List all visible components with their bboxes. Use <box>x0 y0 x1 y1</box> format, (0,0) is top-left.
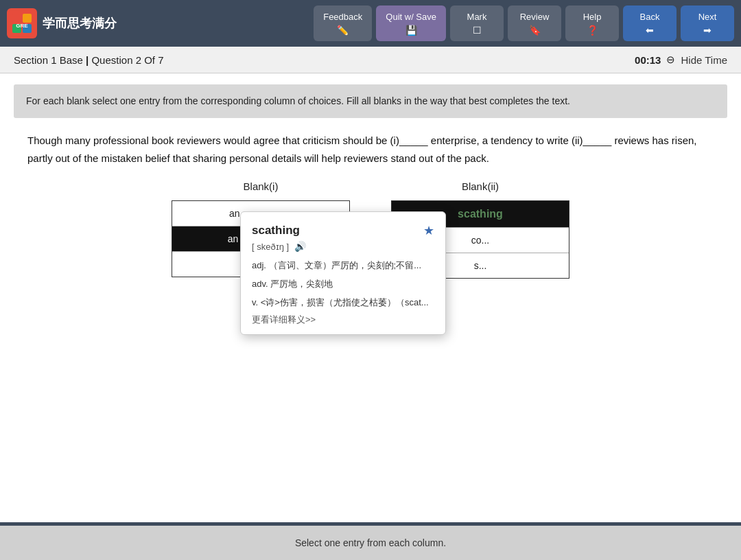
blank-ii-label: Blank(ii) <box>462 180 499 192</box>
blank-i-label: Blank(i) <box>244 180 279 192</box>
question-text: Though many professional book reviewers … <box>27 132 714 167</box>
subheader: Section 1 Base | Question 2 Of 7 00:13 ⊖… <box>0 47 741 73</box>
dict-more-link[interactable]: 更看详细释义>> <box>252 314 434 326</box>
logo-area: GRE 学而思考满分 <box>7 8 117 38</box>
back-arrow-icon: ⬅ <box>646 25 654 36</box>
footer-bar: Select one entry from each column. <box>0 526 741 560</box>
help-icon: ❓ <box>587 25 598 36</box>
instruction-box: For each blank select one entry from the… <box>14 84 727 118</box>
timer-display: 00:13 <box>635 54 661 66</box>
timer-icon: ⊖ <box>666 54 675 66</box>
mark-icon: ☐ <box>473 25 482 36</box>
edit-icon: ✏️ <box>337 25 349 36</box>
dict-word-line: scathing ★ <box>252 223 434 238</box>
dict-def-1: adj. （言词、文章）严厉的，尖刻的;不留... <box>252 259 434 273</box>
logo-text: 学而思考满分 <box>43 15 117 32</box>
dict-word: scathing <box>252 224 300 237</box>
help-button[interactable]: Help ❓ <box>565 5 619 41</box>
section-info: Section 1 Base | Question 2 Of 7 <box>14 54 164 66</box>
review-button[interactable]: Review 🔖 <box>508 5 561 41</box>
header: GRE 学而思考满分 Feedback ✏️ Quit w/ Save 💾 Ma… <box>0 0 741 47</box>
timer-area: 00:13 ⊖ Hide Time <box>635 54 727 66</box>
save-icon: 💾 <box>405 25 417 36</box>
dict-phonetic-line: [ skeðɪŋ ] 🔊 <box>252 241 434 252</box>
bookmark-icon: 🔖 <box>529 25 541 36</box>
dict-def-2: adv. 严厉地，尖刻地 <box>252 277 434 292</box>
svg-rect-1 <box>23 14 32 23</box>
logo-icon: GRE <box>7 8 37 38</box>
back-button[interactable]: Back ⬅ <box>623 5 677 41</box>
dict-speaker-icon[interactable]: 🔊 <box>294 241 306 252</box>
dict-phonetic: [ skeðɪŋ ] <box>252 242 289 252</box>
svg-rect-0 <box>12 14 21 23</box>
main-content: For each blank select one entry from the… <box>0 73 741 522</box>
dict-def-3: v. <诗>伤害，损害（尤指使之枯萎）（scat... <box>252 296 434 310</box>
answer-area: Blank(i) an anonymous an evenhanded a sp… <box>27 180 714 279</box>
footer-text: Select one entry from each column. <box>295 537 446 548</box>
dictionary-popup: scathing ★ [ skeðɪŋ ] 🔊 adj. （言词、文章）严厉的，… <box>240 211 446 335</box>
quit-save-button[interactable]: Quit w/ Save 💾 <box>376 5 446 41</box>
next-button[interactable]: Next ➡ <box>681 5 734 41</box>
feedback-button[interactable]: Feedback ✏️ <box>314 5 372 41</box>
hide-time-button[interactable]: Hide Time <box>681 54 727 66</box>
dict-star-icon[interactable]: ★ <box>423 223 434 238</box>
next-arrow-icon: ➡ <box>703 25 711 36</box>
svg-text:GRE: GRE <box>16 23 28 29</box>
instruction-text: For each blank select one entry from the… <box>26 95 570 106</box>
mark-button[interactable]: Mark ☐ <box>450 5 504 41</box>
blank-ii-column: Blank(ii) scathing co... s... scathing ★… <box>391 180 569 279</box>
